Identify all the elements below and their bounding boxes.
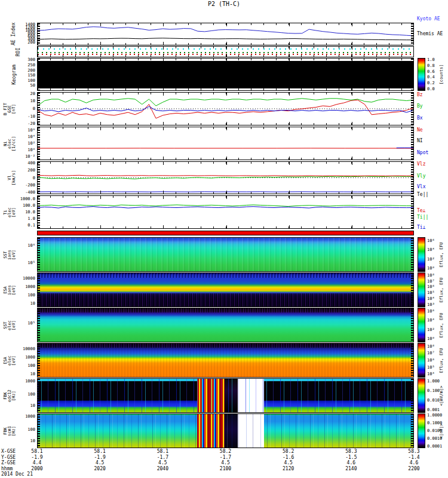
esa-elec-axis-comb-right [411, 344, 413, 377]
axis-value-ZGSE-2: 4.5 [150, 461, 175, 465]
esa-ions-axis-comb-left [38, 273, 40, 307]
panel-b-fit [37, 92, 414, 125]
vl-major-ticks-top [38, 162, 413, 165]
ni-axis-comb-right [411, 127, 413, 160]
keogram-ytick: 100 [0, 78, 35, 82]
fbk-edc12-colorbar-tick: 0.001 [427, 408, 440, 412]
axis-value-XGSE-1: 58.1 [87, 449, 112, 454]
vl-axis-comb-right [411, 162, 413, 194]
b-fit-line-By [38, 106, 413, 112]
axis-value-hhmm-0: 2000 [24, 467, 50, 471]
ti-legend-Ti: Ti⊥ [417, 225, 425, 231]
keogram-colorbar-tick: 1.0 [427, 57, 435, 62]
axis-value-YGSE-1: -1.9 [87, 455, 112, 460]
esa-ions-colorbar-tick: 10⁶ [427, 285, 435, 289]
esa-ions-strip-0 [38, 273, 413, 278]
ae-index-legend-KyotoAE: Kyoto AE [417, 17, 440, 22]
axis-row-label-XGSE: X-GSE [1, 449, 16, 454]
fbk-edc12-colorbar-tick: 1.000 [427, 379, 440, 383]
axis-value-ZGSE-3: 4.5 [213, 461, 238, 465]
sst-ions-axis-comb-left [38, 238, 40, 271]
ae-index-major-ticks-top [38, 23, 413, 26]
keogram-colorbar [418, 58, 425, 91]
keogram-colorbar-tick: 0.0 [427, 87, 435, 91]
panel-sst-ions [37, 237, 414, 272]
keogram-colorbar-tick: 0.2 [427, 81, 435, 85]
b-fit-axis-comb-right [411, 93, 413, 125]
b-fit-major-ticks-bottom [38, 122, 413, 125]
panel-ti [37, 195, 414, 229]
axis-value-ZGSE-6: 4.6 [401, 461, 426, 465]
axis-value-XGSE-6: 58.3 [401, 449, 426, 454]
panel-sst-elec [37, 308, 414, 342]
axis-value-YGSE-2: -1.7 [150, 455, 175, 460]
axis-value-ZGSE-0: 4.4 [24, 461, 50, 465]
axis-value-XGSE-3: 58.2 [213, 449, 238, 454]
flag-strip-strip-0 [38, 231, 413, 235]
fbk-scm1-axis-comb-left [38, 414, 40, 448]
roi-major-ticks-bottom [38, 54, 413, 57]
axis-value-YGSE-5: -1.5 [339, 455, 364, 460]
esa-ions-strip-1 [38, 293, 413, 307]
sst-ions-colorbar-tick: 10⁴ [427, 248, 435, 252]
esa-elec-axis-title: [eV] [12, 343, 16, 378]
sst-ions-colorbar-tick: 10⁶ [427, 238, 435, 243]
keogram-colorbar-tick: 0.4 [427, 75, 435, 79]
vl-series [38, 162, 413, 194]
sst-elec-colorbar-tick: 10² [427, 327, 435, 332]
keogram-major-ticks-bottom [38, 87, 413, 90]
axis-value-ZGSE-4: 4.5 [276, 461, 301, 465]
axis-row-label-hhmm: hhmm [1, 467, 13, 471]
esa-elec-colorbar-unit: Eflux, EFU [440, 343, 444, 378]
panel-fbk-scm1 [37, 413, 414, 448]
panel-fbk-edc12 [37, 378, 414, 413]
ni-major-ticks-bottom [38, 157, 413, 160]
ae-index-line-Kyoto AE [38, 27, 413, 36]
ae-index-major-ticks-bottom [38, 42, 413, 45]
panel-flag-strip [37, 231, 414, 235]
esa-elec-texture [38, 344, 413, 377]
fbk-edc12-axis-comb-left [38, 379, 40, 412]
esa-ions-colorbar-tick: 10⁷ [427, 279, 435, 283]
roi-major-ticks-top [38, 47, 413, 50]
vl-major-ticks-bottom [38, 191, 413, 194]
keogram-ytick: 200 [0, 68, 35, 72]
ti-axis-comb-left [38, 196, 40, 228]
fbk-edc12-colorbar [418, 378, 425, 413]
panel-keogram [37, 58, 414, 91]
date-label: 2014 Dec 21 [1, 471, 33, 477]
sst-elec-colorbar-tick: 10⁴ [427, 318, 435, 323]
panel-esa-ions [37, 272, 414, 307]
fbk-scm1-colorbar-unit: <|nT|> [440, 413, 444, 448]
esa-ions-axis-title: [eV] [12, 272, 16, 307]
fbk-edc12-colorbar-unit: <|mV/m|> [440, 378, 444, 413]
keogram-axis-comb-right [411, 59, 413, 90]
ti-axis-title: [eV] [12, 195, 16, 229]
keogram-colorbar-unit: [counts] [440, 58, 444, 91]
keogram-axis-comb-left [38, 59, 40, 90]
esa-elec-colorbar-tick: 10⁶ [427, 358, 435, 363]
keogram-major-ticks-top [38, 59, 413, 62]
axis-value-ZGSE-5: 4.6 [339, 461, 364, 465]
axis-value-ZGSE-1: 4.5 [87, 461, 112, 465]
ni-legend-Npot: Npot [417, 151, 428, 156]
panel-ni [37, 127, 414, 160]
ti-legend-Ti: Ti|| [417, 215, 428, 220]
vl-legend-Vlz: Vlz [417, 162, 425, 167]
plot-root: P2 (TH-C) 2014 Dec 21 140012001000800600… [0, 0, 448, 478]
b-fit-legend-Bx: Bx [417, 116, 423, 121]
esa-ions-colorbar [418, 272, 425, 307]
esa-ions-axis-comb-right [411, 273, 413, 307]
vl-ytick: 400 [0, 161, 35, 166]
esa-ions-colorbar-tick: 10⁵ [427, 291, 435, 295]
b-fit-line-Bz [38, 99, 413, 106]
axis-value-YGSE-0: -1.9 [24, 455, 50, 460]
ti-major-ticks-top [38, 196, 413, 199]
vl-line-Vlz [38, 175, 413, 176]
b-fit-legend-By: By [417, 104, 423, 109]
roi-axis-title: ROI [16, 46, 20, 57]
axis-row-label-YGSE: Y-GSE [1, 455, 16, 460]
ni-legend-Ne: Ne [417, 128, 423, 133]
axis-value-hhmm-6: 2200 [401, 467, 426, 471]
sst-elec-strip-0 [38, 308, 413, 312]
